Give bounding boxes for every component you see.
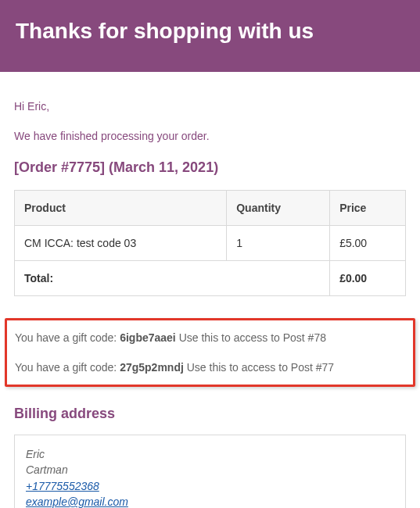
order-heading: [Order #7775] (March 11, 2021) bbox=[14, 159, 406, 176]
billing-heading: Billing address bbox=[14, 406, 406, 422]
col-quantity: Quantity bbox=[227, 191, 330, 226]
table-row: CM ICCA: test code 03 1 £5.00 bbox=[15, 226, 406, 261]
total-label: Total: bbox=[15, 261, 330, 296]
gift-code-value: 6igbe7aaei bbox=[120, 331, 176, 344]
greeting-text: Hi Eric, bbox=[14, 100, 406, 113]
total-value: £0.00 bbox=[330, 261, 406, 296]
gift-codes-box: You have a gift code: 6igbe7aaei Use thi… bbox=[5, 318, 415, 387]
order-table: Product Quantity Price CM ICCA: test cod… bbox=[14, 190, 406, 296]
cell-quantity: 1 bbox=[227, 226, 330, 261]
cell-product: CM ICCA: test code 03 bbox=[15, 226, 227, 261]
table-header-row: Product Quantity Price bbox=[15, 191, 406, 226]
gift-code-line: You have a gift code: 6igbe7aaei Use thi… bbox=[15, 331, 405, 344]
billing-last-name: Cartman bbox=[26, 462, 394, 478]
billing-email-link[interactable]: example@gmail.com bbox=[26, 495, 128, 508]
gift-code-prefix: You have a gift code: bbox=[15, 361, 120, 374]
gift-code-value: 27g5p2mndj bbox=[120, 361, 184, 374]
billing-first-name: Eric bbox=[26, 446, 394, 462]
gift-code-prefix: You have a gift code: bbox=[15, 331, 120, 344]
billing-address-box: Eric Cartman +17775552368 example@gmail.… bbox=[14, 435, 406, 508]
billing-phone-link[interactable]: +17775552368 bbox=[26, 480, 99, 492]
email-content: Hi Eric, We have finished processing you… bbox=[0, 72, 420, 508]
intro-text: We have finished processing your order. bbox=[14, 130, 406, 142]
gift-code-suffix: Use this to access to Post #78 bbox=[176, 331, 326, 344]
banner: Thanks for shopping with us bbox=[0, 0, 420, 72]
gift-code-suffix: Use this to access to Post #77 bbox=[184, 361, 334, 374]
col-product: Product bbox=[15, 191, 227, 226]
col-price: Price bbox=[330, 191, 406, 226]
banner-title: Thanks for shopping with us bbox=[16, 19, 404, 44]
gift-code-line: You have a gift code: 27g5p2mndj Use thi… bbox=[15, 361, 405, 374]
table-total-row: Total: £0.00 bbox=[15, 261, 406, 296]
cell-price: £5.00 bbox=[330, 226, 406, 261]
